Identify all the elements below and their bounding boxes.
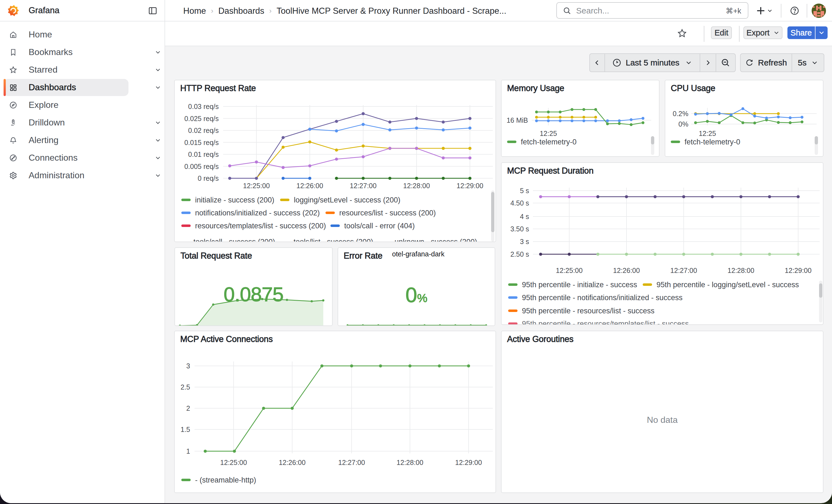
svg-text:5 s: 5 s (520, 187, 529, 194)
svg-text:3: 3 (186, 362, 190, 370)
svg-text:12:26:00: 12:26:00 (279, 459, 305, 466)
svg-text:12:26:00: 12:26:00 (296, 182, 323, 190)
svg-text:0.2%: 0.2% (673, 110, 688, 117)
svg-text:2.5: 2.5 (181, 383, 190, 391)
svg-text:0.025 req/s: 0.025 req/s (184, 115, 219, 123)
svg-text:0.03 req/s: 0.03 req/s (188, 103, 219, 110)
svg-text:0.02 req/s: 0.02 req/s (188, 127, 219, 134)
svg-text:0 req/s: 0 req/s (198, 175, 219, 182)
svg-text:12:27:00: 12:27:00 (670, 267, 697, 274)
svg-text:4.50 s: 4.50 s (510, 199, 529, 207)
svg-text:0.015 req/s: 0.015 req/s (184, 139, 219, 147)
svg-text:12:29:00: 12:29:00 (457, 182, 483, 190)
svg-text:1: 1 (186, 447, 190, 455)
svg-text:16 MiB: 16 MiB (506, 116, 528, 124)
svg-text:2.50 s: 2.50 s (510, 250, 529, 258)
svg-text:12:28:00: 12:28:00 (396, 459, 423, 466)
svg-text:12:29:00: 12:29:00 (455, 459, 482, 466)
svg-text:12:27:00: 12:27:00 (338, 459, 365, 466)
svg-text:12:29:00: 12:29:00 (785, 267, 811, 274)
svg-text:0.005 req/s: 0.005 req/s (184, 163, 219, 170)
svg-text:12:25: 12:25 (699, 130, 716, 137)
svg-text:12:25:00: 12:25:00 (220, 459, 247, 466)
svg-text:3.50 s: 3.50 s (510, 225, 529, 233)
svg-text:0.01 req/s: 0.01 req/s (188, 151, 219, 158)
svg-text:12:25:00: 12:25:00 (556, 267, 582, 274)
svg-text:3 s: 3 s (520, 238, 529, 245)
svg-text:1.5: 1.5 (181, 426, 190, 433)
svg-text:12:26:00: 12:26:00 (613, 267, 640, 274)
svg-text:12:25: 12:25 (540, 130, 557, 137)
svg-text:12:27:00: 12:27:00 (350, 182, 376, 190)
svg-text:2: 2 (186, 404, 190, 412)
svg-text:12:28:00: 12:28:00 (403, 182, 430, 190)
svg-text:4 s: 4 s (520, 213, 529, 220)
svg-text:12:25:00: 12:25:00 (243, 182, 270, 190)
svg-text:0%: 0% (678, 120, 688, 128)
svg-text:12:28:00: 12:28:00 (727, 267, 754, 274)
